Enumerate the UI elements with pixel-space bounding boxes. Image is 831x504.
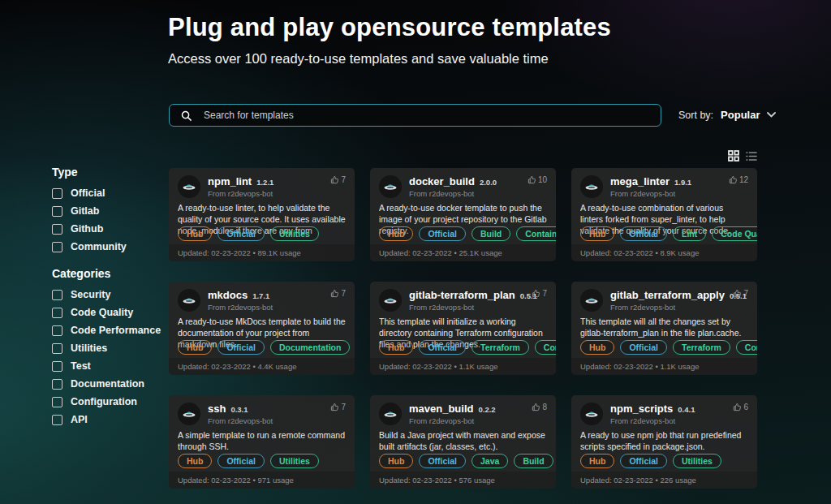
tag-hub[interactable]: Hub — [178, 226, 212, 241]
card-title-block: gitlab-terraform_plan 0.5.1 From r2devop… — [409, 289, 524, 312]
tag-official[interactable]: Official — [620, 454, 667, 468]
checkbox[interactable] — [52, 343, 62, 354]
checkbox[interactable] — [52, 242, 62, 252]
tag-official[interactable]: Official — [419, 340, 466, 355]
tag-hub[interactable]: Hub — [379, 454, 413, 468]
tag-configuration[interactable]: Configuration — [736, 340, 757, 355]
template-name: maven_build — [409, 403, 473, 415]
tag-official[interactable]: Official — [419, 226, 466, 241]
template-author: From r2devops-bot — [409, 189, 497, 198]
filter-option-gitlab[interactable]: Gitlab — [52, 205, 174, 217]
filter-option-code-performance[interactable]: Code Performance — [52, 325, 174, 336]
filter-label: Github — [71, 223, 103, 235]
thumbs-up-icon — [733, 403, 742, 411]
thumbs-up-icon — [330, 403, 339, 411]
tag-hub[interactable]: Hub — [580, 454, 614, 468]
tag-java[interactable]: Java — [471, 454, 508, 468]
r2devops-bot-avatar — [379, 289, 402, 312]
templates-grid: npm_lint 1.2.1 From r2devops-bot 7 A rea… — [169, 168, 757, 489]
checkbox[interactable] — [52, 224, 62, 235]
tag-utilities[interactable]: Utilities — [673, 454, 721, 468]
like-count: 7 — [341, 175, 346, 184]
template-card[interactable]: mega_linter 1.9.1 From r2devops-bot 12 A… — [571, 168, 757, 261]
tag-container[interactable]: Container — [516, 226, 556, 241]
search-input[interactable] — [202, 104, 661, 127]
checkbox[interactable] — [52, 290, 62, 300]
tag-official[interactable]: Official — [217, 454, 265, 468]
filter-option-utilities[interactable]: Utilities — [52, 342, 174, 354]
template-card[interactable]: docker_build 2.0.0 From r2devops-bot 10 … — [370, 168, 556, 261]
template-card[interactable]: npm_scripts 0.4.1 From r2devops-bot 6 A … — [571, 395, 757, 489]
r2devops-bot-avatar — [580, 403, 603, 425]
tag-configuration[interactable]: Configuration — [535, 340, 556, 355]
tag-terraform[interactable]: Terraform — [471, 340, 529, 355]
sort-dropdown[interactable]: Sort by: Popular — [678, 109, 776, 121]
tag-hub[interactable]: Hub — [178, 340, 212, 355]
checkbox[interactable] — [52, 415, 62, 425]
like-count: 6 — [743, 403, 748, 411]
template-card[interactable]: ssh 0.3.1 From r2devops-bot 7 A simple t… — [169, 395, 355, 489]
tag-official[interactable]: Official — [419, 454, 466, 468]
template-card[interactable]: gitlab_terraform_apply 0.5.1 From r2devo… — [571, 282, 757, 375]
tag-official[interactable]: Official — [217, 340, 265, 355]
checkbox[interactable] — [52, 397, 62, 407]
tag-code-quality[interactable]: Code Quality — [712, 226, 757, 241]
tag-hub[interactable]: Hub — [379, 340, 413, 355]
template-description: A simple template to run a remote comman… — [178, 430, 346, 453]
filter-option-security[interactable]: Security — [52, 289, 174, 300]
filter-option-code-quality[interactable]: Code Quality — [52, 307, 174, 318]
tag-official[interactable]: Official — [620, 226, 667, 241]
template-card[interactable]: maven_build 0.2.2 From r2devops-bot 8 Bu… — [370, 395, 556, 489]
like-count: 10 — [538, 175, 547, 184]
filter-label: Documentation — [71, 378, 144, 390]
checkbox[interactable] — [52, 206, 62, 217]
filter-option-community[interactable]: Community — [52, 241, 174, 252]
checkbox[interactable] — [52, 379, 62, 390]
tag-hub[interactable]: Hub — [580, 226, 614, 241]
tag-hub[interactable]: Hub — [580, 340, 614, 355]
tag-official[interactable]: Official — [620, 340, 667, 355]
card-footer: Updated: 02-23-2022 • 576 usage — [370, 472, 556, 489]
filter-option-api[interactable]: API — [52, 414, 174, 425]
card-footer: Updated: 02-23-2022 • 8.9K usage — [571, 244, 757, 261]
tag-build[interactable]: Build — [471, 226, 510, 241]
filter-heading-type: Type — [52, 166, 174, 179]
checkbox[interactable] — [52, 188, 62, 199]
r2devops-bot-avatar — [580, 175, 603, 198]
filter-option-official[interactable]: Official — [52, 187, 174, 199]
tag-official[interactable]: Official — [217, 226, 265, 241]
filter-group-categories: Categories SecurityCode QualityCode Perf… — [52, 267, 174, 425]
card-header: mega_linter 1.9.1 From r2devops-bot 12 — [580, 175, 748, 198]
tag-lint[interactable]: Lint — [673, 226, 706, 241]
filter-option-github[interactable]: Github — [52, 223, 174, 235]
tag-utilities[interactable]: Utilities — [270, 226, 319, 241]
template-card[interactable]: gitlab-terraform_plan 0.5.1 From r2devop… — [370, 282, 556, 375]
checkbox[interactable] — [52, 361, 62, 372]
template-card[interactable]: npm_lint 1.2.1 From r2devops-bot 7 A rea… — [169, 168, 355, 261]
grid-view-icon[interactable] — [728, 150, 739, 162]
tag-hub[interactable]: Hub — [379, 226, 413, 241]
tag-terraform[interactable]: Terraform — [673, 340, 730, 355]
template-card[interactable]: mkdocs 1.7.1 From r2devops-bot 7 A ready… — [169, 282, 355, 375]
template-version: 0.4.1 — [678, 405, 695, 414]
card-footer: Updated: 02-23-2022 • 1.1K usage — [571, 358, 757, 375]
card-title-block: gitlab_terraform_apply 0.5.1 From r2devo… — [610, 289, 726, 312]
thumbs-up-icon — [527, 175, 536, 184]
filter-option-configuration[interactable]: Configuration — [52, 396, 174, 407]
tag-build[interactable]: Build — [514, 454, 553, 468]
like-count: 7 — [542, 289, 547, 298]
checkbox[interactable] — [52, 308, 62, 318]
search-bar[interactable] — [169, 104, 661, 127]
tag-list: HubOfficialTerraformConfiguration — [580, 340, 757, 355]
card-header: gitlab-terraform_plan 0.5.1 From r2devop… — [379, 289, 547, 312]
checkbox[interactable] — [52, 325, 62, 336]
filter-option-documentation[interactable]: Documentation — [52, 378, 174, 390]
template-version: 0.3.1 — [230, 405, 248, 414]
tag-hub[interactable]: Hub — [178, 454, 212, 468]
like-count: 12 — [739, 175, 748, 184]
list-view-icon[interactable] — [746, 151, 757, 162]
tag-utilities[interactable]: Utilities — [270, 454, 319, 468]
filter-option-test[interactable]: Test — [52, 360, 174, 372]
card-title-block: mkdocs 1.7.1 From r2devops-bot — [208, 289, 273, 312]
tag-documentation[interactable]: Documentation — [270, 340, 350, 355]
